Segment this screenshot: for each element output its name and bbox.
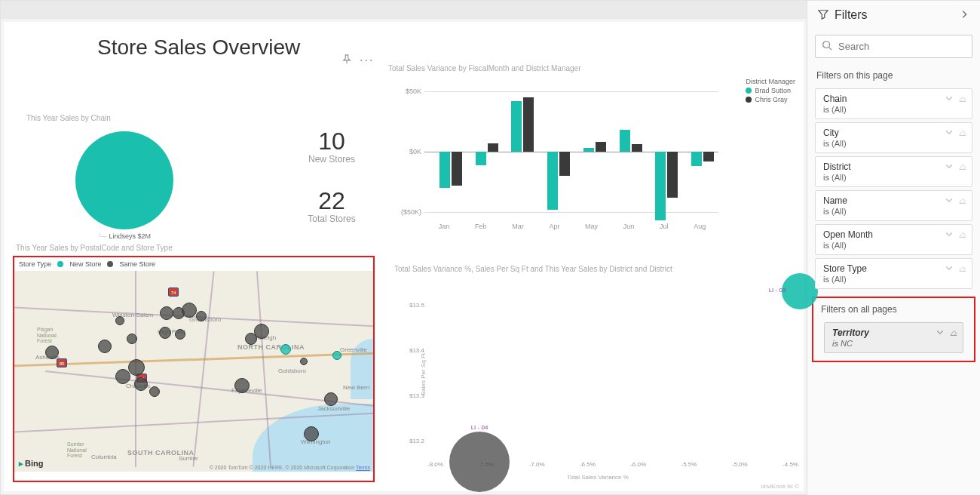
chevron-down-icon[interactable] [945, 94, 954, 105]
map-bubble[interactable] [245, 333, 257, 345]
search-input[interactable] [838, 41, 966, 52]
filter-card[interactable]: Open Monthis (All) [815, 224, 972, 255]
bar[interactable] [691, 152, 702, 166]
map-visual[interactable]: This Year Sales by PostalCode and Store … [13, 256, 375, 482]
map-bubble[interactable] [234, 378, 250, 393]
filter-card[interactable]: Chainis (All) [815, 88, 972, 119]
map-canvas[interactable]: NORTH CAROLINA SOUTH CAROLINA Pisgah Nat… [14, 271, 373, 472]
chevron-down-icon[interactable] [945, 161, 954, 173]
bar-legend: District Manager Brad Sutton Chris Gray [746, 78, 795, 105]
bar[interactable] [439, 152, 450, 188]
eraser-icon[interactable] [958, 229, 967, 241]
kpi-total-stores-label: Total Stores [290, 214, 373, 224]
map-bubble-new[interactable] [280, 344, 291, 355]
scatter-x-tick: -7.0% [529, 461, 545, 468]
chevron-down-icon[interactable] [945, 128, 954, 139]
filter-card[interactable]: Cityis (All) [815, 122, 972, 153]
bar-group[interactable] [608, 84, 644, 214]
bar[interactable] [488, 143, 498, 152]
chevron-down-icon[interactable] [945, 229, 954, 241]
scatter-plot: Sales Per Sq Ft $13.2$13.3$13.4$13.5 -8.… [408, 276, 801, 472]
bar-x-tick: May [585, 223, 598, 230]
bar[interactable] [511, 101, 522, 152]
chevron-down-icon[interactable] [945, 263, 954, 275]
eraser-icon[interactable] [958, 94, 967, 105]
bar[interactable] [559, 152, 570, 176]
bar[interactable] [620, 130, 630, 152]
scatter-visual[interactable]: Total Sales Variance %, Sales Per Sq Ft … [394, 265, 801, 491]
pin-icon[interactable] [341, 54, 352, 67]
search-box[interactable] [815, 35, 972, 58]
eraser-icon[interactable] [958, 128, 967, 139]
collapse-pane-button[interactable] [959, 9, 969, 22]
map-bubble[interactable] [128, 359, 145, 376]
scatter-x-tick: -4.5% [782, 461, 798, 468]
bar-chart-visual[interactable]: Total Sales Variance by FiscalMonth and … [388, 64, 788, 245]
bubble-li04[interactable] [449, 432, 510, 492]
donut-title: This Year Sales by Chain [26, 114, 222, 122]
chevron-down-icon[interactable] [945, 195, 954, 207]
bar[interactable] [476, 152, 486, 165]
filter-card[interactable]: Districtis (All) [815, 156, 972, 187]
kpi-new-stores-value[interactable]: 10 [290, 128, 373, 155]
eraser-icon[interactable] [958, 195, 967, 207]
hwy-shield-icon: 85 [57, 358, 67, 367]
donut-visual[interactable]: This Year Sales by Chain Lindseys $2M [26, 114, 222, 240]
bar[interactable] [452, 152, 462, 186]
bar[interactable] [547, 152, 558, 210]
map-bubble[interactable] [196, 311, 207, 321]
bar[interactable] [523, 97, 534, 152]
map-bubble[interactable] [175, 329, 185, 340]
map-bubble[interactable] [160, 306, 173, 320]
more-icon[interactable]: ··· [360, 54, 374, 67]
scatter-x-tick: -6.0% [630, 461, 646, 468]
bar-group[interactable] [427, 84, 464, 214]
legend-new-store: New Store [69, 260, 101, 268]
bar[interactable] [667, 152, 678, 198]
bar-x-tick: Jul [660, 223, 669, 230]
eraser-icon[interactable] [958, 263, 967, 275]
bar-group[interactable] [535, 84, 571, 214]
park-sumter: Sumter National Forest [67, 441, 87, 459]
map-bubble[interactable] [304, 426, 319, 441]
eraser-icon[interactable] [949, 327, 958, 339]
map-bubble[interactable] [115, 316, 124, 325]
scatter-y-title: Sales Per Sq Ft [420, 353, 427, 395]
map-bubble[interactable] [98, 340, 112, 353]
map-bubble[interactable] [45, 346, 59, 359]
bar-group[interactable] [464, 84, 500, 214]
eraser-icon[interactable] [958, 161, 967, 173]
map-bubble[interactable] [115, 369, 130, 384]
bubble-label-li04: LI - 04 [471, 424, 488, 431]
legend-brad: Brad Sutton [755, 87, 791, 94]
bar[interactable] [655, 152, 666, 220]
map-bubble-new[interactable] [332, 351, 341, 360]
bar-group[interactable] [644, 84, 680, 214]
bar[interactable] [703, 152, 714, 161]
map-bubble[interactable] [149, 386, 160, 397]
terms-link[interactable]: Terms [356, 465, 370, 470]
map-bubble[interactable] [300, 358, 308, 365]
map-bubble[interactable] [127, 334, 137, 344]
map-bubble[interactable] [324, 392, 338, 406]
filter-value: is (All) [823, 105, 964, 114]
kpi-total-stores-value[interactable]: 22 [290, 187, 373, 215]
filter-value: is (All) [823, 173, 964, 182]
filter-card[interactable]: Nameis (All) [815, 190, 972, 221]
filter-card-territory[interactable]: Territory is NC [824, 322, 963, 353]
filter-card[interactable]: Store Typeis (All) [815, 258, 972, 289]
bar[interactable] [583, 148, 594, 152]
map-bubble[interactable] [182, 303, 197, 318]
bar-group[interactable] [500, 84, 536, 214]
swatch-same-store [107, 261, 113, 267]
bar-group[interactable] [571, 84, 608, 214]
bubble-li03[interactable] [782, 273, 818, 309]
chevron-down-icon[interactable] [936, 327, 945, 339]
bar-x-tick: Jan [439, 223, 450, 230]
bar-group[interactable] [679, 84, 715, 214]
map-bubble[interactable] [134, 377, 148, 391]
filter-name: City [823, 128, 964, 138]
bar[interactable] [596, 142, 606, 152]
map-bubble[interactable] [159, 327, 171, 339]
bar[interactable] [632, 144, 642, 152]
